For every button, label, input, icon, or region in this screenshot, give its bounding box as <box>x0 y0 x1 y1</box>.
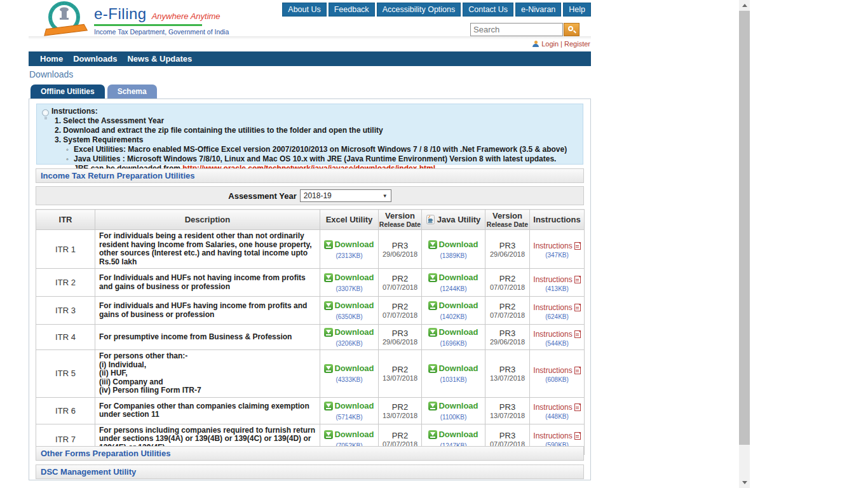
feedback-button[interactable]: Feedback <box>329 3 375 17</box>
instruction-step: 1. Select the Assessment Year <box>55 116 579 126</box>
user-icon <box>532 41 539 48</box>
table-row-itr2: ITR 2 For Individuals and HUFs not havin… <box>36 269 585 297</box>
instructions-link[interactable]: Instructions <box>533 366 580 375</box>
java-download-link[interactable]: Download <box>428 430 478 439</box>
assessment-year-bar: Assessment Year 2018-19 ▼ <box>36 186 584 205</box>
java-icon <box>426 215 435 224</box>
java-download-link[interactable]: Download <box>428 401 478 410</box>
download-icon <box>428 273 437 282</box>
version-label: PR3 <box>379 241 421 250</box>
java-download-link[interactable]: Download <box>428 273 478 282</box>
auth-links[interactable]: Login | Register <box>532 40 590 48</box>
vertical-scrollbar[interactable] <box>739 0 750 488</box>
download-icon <box>428 240 437 249</box>
download-icon <box>428 402 437 410</box>
main-navigation: Home Downloads News & Updates <box>29 51 591 66</box>
download-icon <box>324 240 333 249</box>
about-us-button[interactable]: About Us <box>282 3 326 17</box>
scroll-down-button[interactable] <box>739 477 750 488</box>
instructions-link[interactable]: Instructions <box>533 303 580 312</box>
version-label: PR2 <box>379 274 421 283</box>
release-date: 29/06/2018 <box>379 250 421 258</box>
tab-offline-utilities[interactable]: Offline Utilities <box>31 85 105 98</box>
nav-home[interactable]: Home <box>35 54 68 64</box>
instructions-link[interactable]: Instructions <box>533 241 580 250</box>
file-size: (413KB) <box>530 285 584 292</box>
file-size: (624KB) <box>530 313 584 320</box>
excel-download-link[interactable]: Download <box>324 301 374 310</box>
section-itr-utilities[interactable]: Income Tax Return Preparation Utilities <box>36 168 584 183</box>
tab-schema[interactable]: Schema <box>107 85 157 98</box>
file-size: (3206KB) <box>320 340 378 347</box>
file-size: (3307KB) <box>320 285 378 292</box>
java-download-link[interactable]: Download <box>428 363 478 373</box>
version-label: PR2 <box>485 302 529 311</box>
release-date: 07/07/2018 <box>379 283 421 291</box>
file-size: (1244KB) <box>422 285 485 292</box>
version-label: PR3 <box>485 365 529 374</box>
download-icon <box>324 402 333 410</box>
version-label: PR2 <box>379 365 421 374</box>
assessment-year-select[interactable]: 2018-19 ▼ <box>300 189 391 202</box>
brand-divider <box>94 24 202 26</box>
instructions-link[interactable]: Instructions <box>533 431 580 440</box>
file-size: (1696KB) <box>422 340 485 347</box>
java-download-link[interactable]: Download <box>428 301 478 310</box>
instructions-link[interactable]: Instructions <box>533 403 580 412</box>
java-download-link[interactable]: Download <box>428 240 478 249</box>
help-button[interactable]: Help <box>563 3 591 17</box>
scroll-up-button[interactable] <box>739 0 750 11</box>
excel-download-link[interactable]: Download <box>324 430 374 439</box>
file-size: (1100KB) <box>422 414 485 421</box>
page-title: Downloads <box>29 69 73 79</box>
table-header-row: ITR Description Excel Utility Version Re… <box>36 210 585 230</box>
download-icon <box>324 273 333 282</box>
itr-description: For presumptive income from Business & P… <box>95 325 320 350</box>
contact-us-button[interactable]: Contact Us <box>463 3 513 17</box>
section-itr-title[interactable]: Income Tax Return Preparation Utilities <box>41 171 194 180</box>
release-date: 07/07/2018 <box>485 311 529 319</box>
brand-title: e-Filing <box>94 5 147 22</box>
version-label: PR3 <box>485 241 529 250</box>
itr-description: For individuals being a resident other t… <box>95 230 320 269</box>
instructions-link[interactable]: Instructions <box>533 330 580 339</box>
search-input[interactable] <box>470 23 563 36</box>
file-size: (1389KB) <box>422 252 485 259</box>
section-dsc-title[interactable]: DSC Management Utility <box>41 467 136 477</box>
itr-description: For Companies other than companies claim… <box>95 397 320 424</box>
excel-download-link[interactable]: Download <box>324 273 374 282</box>
nav-news-updates[interactable]: News & Updates <box>122 54 197 64</box>
excel-download-link[interactable]: Download <box>324 363 374 373</box>
download-icon <box>428 328 437 337</box>
e-nivaran-button[interactable]: e-Nivaran <box>515 3 561 17</box>
pdf-icon <box>574 242 581 250</box>
instruction-step: 3. System Requirements <box>55 135 579 145</box>
java-download-link[interactable]: Download <box>428 327 478 337</box>
table-row-itr5: ITR 5 For persons other than:- (i) Indiv… <box>36 350 585 398</box>
excel-download-link[interactable]: Download <box>324 327 374 337</box>
col-instructions: Instructions <box>530 210 585 230</box>
instructions-panel: Instructions: 1. Select the Assessment Y… <box>36 104 583 165</box>
col-excel-version: Version Release Date <box>379 210 422 230</box>
nav-downloads[interactable]: Downloads <box>68 54 122 64</box>
section-other-forms-title[interactable]: Other Forms Preparation Utilities <box>41 449 170 458</box>
excel-download-link[interactable]: Download <box>324 240 374 249</box>
search-icon <box>568 26 573 31</box>
file-size: (347KB) <box>530 252 584 259</box>
login-register-link[interactable]: Login | Register <box>541 40 590 48</box>
brand-tagline: Anywhere Anytime <box>152 11 220 21</box>
accessibility-options-button[interactable]: Accessibility Options <box>377 3 461 17</box>
scrollbar-thumb[interactable] <box>739 11 750 445</box>
file-size: (1031KB) <box>422 376 485 383</box>
instructions-link[interactable]: Instructions <box>533 275 580 284</box>
version-label: PR2 <box>379 302 421 311</box>
section-dsc-utility[interactable]: DSC Management Utility <box>36 464 584 479</box>
search-button[interactable] <box>564 23 580 36</box>
version-label: PR3 <box>485 431 529 440</box>
release-date: 13/07/2018 <box>379 374 421 382</box>
excel-download-link[interactable]: Download <box>324 401 374 410</box>
release-date: 29/06/2018 <box>485 338 529 346</box>
download-icon <box>428 430 437 439</box>
section-other-forms[interactable]: Other Forms Preparation Utilities <box>36 446 584 461</box>
brand-subtitle: Income Tax Department, Government of Ind… <box>94 28 229 36</box>
